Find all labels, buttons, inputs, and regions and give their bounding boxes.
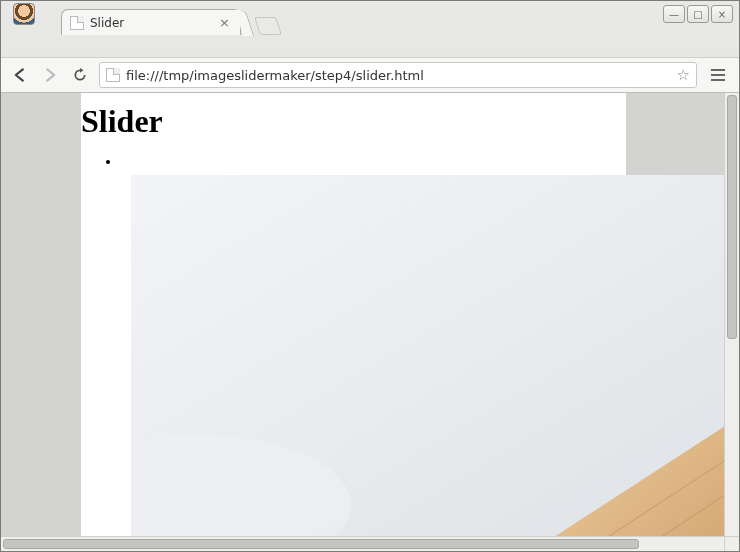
page-canvas: Slider [1,93,707,551]
slider-list: 10 20 [81,154,626,169]
browser-toolbar: file:///tmp/imageslidermaker/step4/slide… [1,57,739,93]
reload-icon [73,68,87,82]
horizontal-scrollbar[interactable] [1,536,724,551]
scroll-corner [724,536,739,551]
menu-button[interactable] [705,62,731,88]
back-button[interactable] [9,64,31,86]
hamburger-icon [711,69,725,71]
bookmark-star-icon[interactable]: ☆ [677,66,690,84]
vertical-scrollbar[interactable] [724,93,739,536]
file-icon [70,16,84,30]
tab-title: Slider [90,16,124,30]
window-controls: — □ × [663,5,733,23]
window-minimize-button[interactable]: — [663,5,685,23]
tab-strip: Slider × [61,5,279,35]
window-close-button[interactable]: × [711,5,733,23]
content-viewport: Slider [1,93,739,551]
address-bar[interactable]: file:///tmp/imageslidermaker/step4/slide… [99,62,697,88]
list-item: 10 20 [121,154,626,169]
forward-button[interactable] [39,64,61,86]
reload-button[interactable] [69,64,91,86]
profile-avatar[interactable] [13,3,35,25]
slide-image: 10 20 [131,175,739,551]
browser-window: — □ × Slider × file:///tmp/imagesliderma… [0,0,740,552]
horizontal-scroll-thumb[interactable] [3,539,639,549]
file-icon [106,68,120,82]
tab-close-button[interactable]: × [219,16,230,29]
page-title: Slider [81,93,626,148]
window-maximize-button[interactable]: □ [687,5,709,23]
browser-tab[interactable]: Slider × [61,9,241,35]
arrow-left-icon [13,68,27,82]
arrow-right-icon [43,68,57,82]
new-tab-button[interactable] [254,17,282,35]
url-text: file:///tmp/imageslidermaker/step4/slide… [126,68,671,83]
page-body: Slider [81,93,626,551]
vertical-scroll-thumb[interactable] [727,95,737,339]
